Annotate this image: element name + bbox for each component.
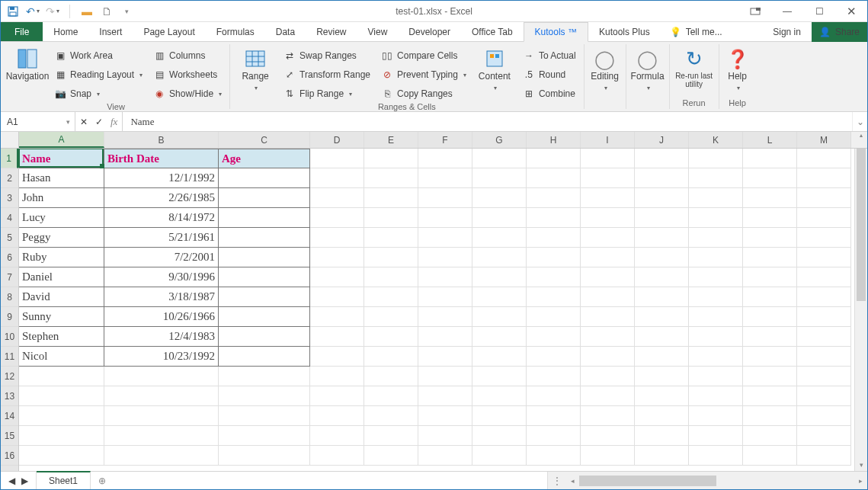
- cell[interactable]: [527, 149, 581, 168]
- undo-icon[interactable]: ↶▾: [27, 5, 39, 18]
- cell[interactable]: [581, 426, 635, 446]
- swap-ranges-button[interactable]: ⇄Swap Ranges: [280, 47, 373, 64]
- cell[interactable]: John: [19, 188, 104, 208]
- cell[interactable]: [689, 347, 743, 367]
- cell[interactable]: [527, 307, 581, 327]
- cell[interactable]: [472, 188, 527, 208]
- cell[interactable]: [364, 307, 418, 327]
- cell[interactable]: [743, 168, 797, 188]
- cell[interactable]: [104, 386, 219, 406]
- cell[interactable]: Age: [219, 149, 310, 168]
- cell[interactable]: [689, 307, 743, 327]
- tab-page-layout[interactable]: Page Layout: [133, 22, 205, 41]
- col-header-B[interactable]: B: [104, 132, 219, 148]
- cell[interactable]: [418, 287, 472, 307]
- cell[interactable]: [635, 287, 689, 307]
- cell[interactable]: [743, 149, 797, 168]
- sheet-tab[interactable]: Sheet1: [37, 471, 91, 489]
- cell[interactable]: [310, 327, 364, 347]
- show-hide-button[interactable]: ◉Show/Hide▾: [150, 85, 225, 102]
- cell[interactable]: [635, 228, 689, 248]
- cell[interactable]: [797, 426, 851, 446]
- cell[interactable]: [527, 248, 581, 267]
- cell[interactable]: [364, 168, 418, 188]
- cell[interactable]: [797, 248, 851, 267]
- cell[interactable]: [581, 267, 635, 287]
- row-header-13[interactable]: 13: [1, 386, 18, 406]
- cell[interactable]: Nicol: [19, 347, 104, 367]
- rerun-button[interactable]: ↻ Re-run last utility: [673, 44, 716, 91]
- cell[interactable]: [219, 406, 310, 426]
- col-header-A[interactable]: A: [19, 132, 104, 148]
- cell[interactable]: [689, 367, 743, 386]
- cell[interactable]: David: [19, 287, 104, 307]
- cell[interactable]: [581, 327, 635, 347]
- cell[interactable]: [581, 228, 635, 248]
- worksheets-button[interactable]: ▤Worksheets: [150, 66, 225, 83]
- cell[interactable]: [310, 386, 364, 406]
- tab-kutools[interactable]: Kutools ™: [524, 22, 588, 42]
- cell[interactable]: [219, 367, 310, 386]
- tab-file[interactable]: File: [1, 22, 43, 41]
- cell[interactable]: [743, 248, 797, 267]
- cell[interactable]: [797, 446, 851, 466]
- scroll-left-icon[interactable]: ◂: [566, 477, 579, 485]
- cell[interactable]: [310, 168, 364, 188]
- formula-input[interactable]: Name: [123, 112, 852, 131]
- open-icon[interactable]: ▬: [81, 5, 93, 18]
- cell[interactable]: [797, 228, 851, 248]
- sheet-nav[interactable]: ◀▶: [1, 472, 37, 489]
- cell[interactable]: [364, 406, 418, 426]
- cell[interactable]: [472, 327, 527, 347]
- prev-sheet-icon[interactable]: ◀: [8, 476, 15, 486]
- cells-area[interactable]: NameBirth DateAgeHasan12/1/1992John2/26/…: [19, 149, 854, 471]
- cell[interactable]: Birth Date: [104, 149, 219, 168]
- cell[interactable]: Lucy: [19, 208, 104, 228]
- cell[interactable]: [310, 307, 364, 327]
- col-header-L[interactable]: L: [743, 132, 797, 148]
- col-header-D[interactable]: D: [310, 132, 364, 148]
- col-header-H[interactable]: H: [527, 132, 581, 148]
- cell[interactable]: [418, 188, 472, 208]
- cell[interactable]: [635, 208, 689, 228]
- cell[interactable]: [364, 386, 418, 406]
- cell[interactable]: [104, 406, 219, 426]
- tell-me[interactable]: 💡Tell me...: [670, 22, 722, 41]
- row-header-9[interactable]: 9: [1, 307, 18, 327]
- cell[interactable]: [310, 426, 364, 446]
- cell[interactable]: [635, 307, 689, 327]
- cell[interactable]: [472, 307, 527, 327]
- cell[interactable]: [743, 446, 797, 466]
- cell[interactable]: [581, 287, 635, 307]
- cell[interactable]: [581, 406, 635, 426]
- cell[interactable]: [310, 228, 364, 248]
- cell[interactable]: [364, 267, 418, 287]
- close-icon[interactable]: ✕: [835, 1, 867, 22]
- cell[interactable]: Stephen: [19, 327, 104, 347]
- navigation-button[interactable]: Navigation: [7, 44, 48, 85]
- name-box[interactable]: A1: [1, 112, 75, 131]
- cell[interactable]: [635, 386, 689, 406]
- col-header-F[interactable]: F: [418, 132, 472, 148]
- content-button[interactable]: Content▾: [474, 44, 515, 96]
- cell[interactable]: [635, 267, 689, 287]
- cell[interactable]: [364, 426, 418, 446]
- cell[interactable]: [418, 347, 472, 367]
- qat-customize-icon[interactable]: ▾: [120, 5, 133, 18]
- cell[interactable]: [219, 228, 310, 248]
- cell[interactable]: [635, 446, 689, 466]
- flip-range-button[interactable]: ⇅Flip Range▾: [280, 85, 373, 102]
- cell[interactable]: [635, 188, 689, 208]
- cell[interactable]: [104, 426, 219, 446]
- cell[interactable]: [689, 267, 743, 287]
- cell[interactable]: [219, 307, 310, 327]
- tab-office-tab[interactable]: Office Tab: [461, 22, 524, 41]
- cell[interactable]: [310, 367, 364, 386]
- minimize-icon[interactable]: —: [771, 1, 803, 22]
- cell[interactable]: [797, 188, 851, 208]
- cell[interactable]: [219, 267, 310, 287]
- cell[interactable]: [527, 228, 581, 248]
- cell[interactable]: [689, 406, 743, 426]
- cell[interactable]: [219, 347, 310, 367]
- cell[interactable]: 5/21/1961: [104, 228, 219, 248]
